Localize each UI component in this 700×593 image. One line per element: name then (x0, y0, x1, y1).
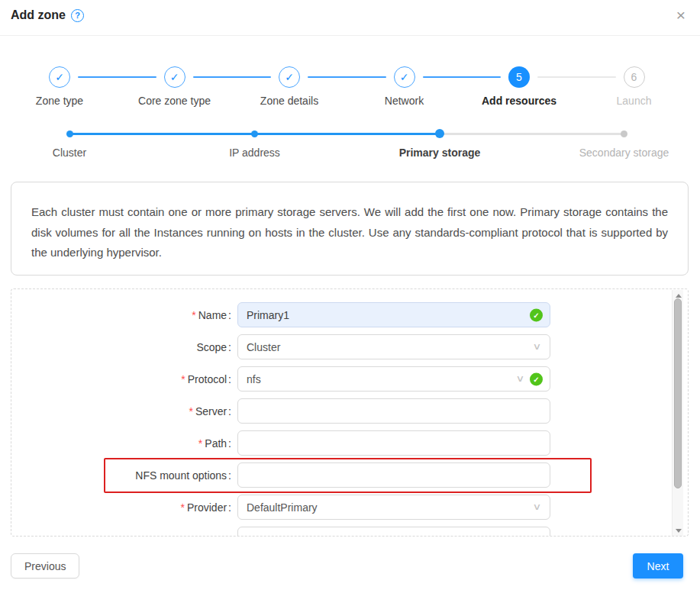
input-name[interactable]: ✓ (237, 302, 550, 327)
substep-dot-primary-storage (435, 129, 444, 138)
form-row-protocol: *Protocol:nfs∨✓ (11, 366, 688, 392)
help-icon[interactable]: ? (71, 9, 84, 22)
substep-label: IP address (186, 147, 324, 159)
wizard-step-network: ✓Network (344, 66, 466, 107)
step-label: Launch (573, 95, 695, 107)
input-path[interactable] (237, 430, 550, 456)
field-label: Storage tags: (11, 533, 231, 537)
field-label: NFS mount options: (11, 469, 231, 482)
step-label: Zone details (228, 95, 350, 107)
wizard-stepper: ✓Zone type✓Core zone type✓Zone details✓N… (0, 66, 700, 114)
step-check-icon: ✓ (279, 66, 300, 88)
info-text: Each cluster must contain one or more pr… (31, 205, 668, 259)
chevron-down-icon: ∨ (533, 501, 542, 512)
label-colon: : (228, 309, 231, 321)
close-icon[interactable]: × (676, 7, 685, 23)
input-nfs-mount-options[interactable] (237, 462, 550, 488)
dialog-header: Add zone ? × (0, 0, 700, 36)
field-label: *Path: (11, 437, 231, 450)
substep-dot-cluster (66, 131, 73, 137)
form-row-provider: *Provider:DefaultPrimary∨ (11, 495, 688, 520)
valid-check-icon: ✓ (530, 308, 543, 321)
field-label-text: Path (205, 437, 227, 450)
wizard-step-zone-type: ✓Zone type (0, 66, 121, 107)
chevron-down-icon: ∨ (516, 373, 525, 384)
text-input[interactable] (238, 399, 550, 423)
form-row-server: *Server: (11, 398, 688, 424)
form-row-storage-tags: Storage tags: (11, 527, 688, 537)
wizard-step-core-zone-type: ✓Core zone type (114, 66, 236, 107)
required-asterisk: * (192, 309, 195, 321)
form-row-path: *Path: (11, 430, 688, 456)
step-label: Network (344, 95, 466, 107)
field-label-text: Server (195, 405, 227, 417)
field-label-text: Protocol (188, 373, 227, 385)
step-label: Add resources (458, 95, 580, 107)
step-label: Core zone type (114, 95, 236, 107)
primary-storage-info-box: Each cluster must contain one or more pr… (11, 182, 689, 276)
field-label: *Server: (11, 405, 231, 417)
label-colon: : (228, 341, 231, 353)
chevron-down-icon: ∨ (533, 341, 542, 352)
form-row-scope: Scope:Cluster∨ (11, 334, 688, 359)
select-value: nfs (238, 373, 261, 385)
step-check-icon: ✓ (394, 66, 415, 88)
add-zone-dialog: Add zone ? × ✓Zone type✓Core zone type✓Z… (0, 0, 700, 593)
select-provider[interactable]: DefaultPrimary∨ (237, 495, 550, 520)
field-label: Scope: (11, 341, 231, 353)
substep-dot-ip-address (251, 131, 258, 137)
wizard-step-launch: 6Launch (573, 66, 695, 107)
wizard-step-zone-details: ✓Zone details (228, 66, 350, 107)
scrollbar-down-arrow-icon[interactable] (673, 525, 684, 536)
select-scope[interactable]: Cluster∨ (237, 334, 550, 359)
wizard-step-add-resources: 5Add resources (458, 66, 580, 107)
substep-connector (255, 133, 440, 135)
text-input[interactable] (238, 303, 550, 327)
field-label-text: Scope (196, 341, 227, 353)
field-label-text: Provider (187, 501, 227, 514)
dialog-title: Add zone (11, 8, 66, 22)
field-label: *Name: (11, 309, 231, 321)
input-storage-tags[interactable] (237, 527, 550, 537)
form-scrollbar[interactable] (672, 290, 683, 536)
scrollbar-thumb[interactable] (674, 298, 682, 488)
field-label: *Provider: (11, 501, 231, 514)
substep-label: Primary storage (371, 147, 508, 159)
required-asterisk: * (198, 437, 202, 450)
label-colon: : (228, 501, 231, 514)
select-value: Cluster (238, 341, 280, 353)
required-asterisk: * (189, 405, 192, 417)
substep-label: Secondary storage (556, 147, 693, 159)
field-label-text: Storage tags (166, 533, 227, 537)
substep-connector (69, 133, 255, 135)
label-colon: : (228, 437, 231, 450)
field-label-text: NFS mount options (135, 469, 227, 482)
text-input[interactable] (238, 527, 550, 537)
label-colon: : (228, 373, 231, 385)
text-input[interactable] (238, 431, 550, 455)
label-colon: : (228, 533, 231, 537)
input-server[interactable] (237, 398, 550, 424)
substep-label: Cluster (1, 147, 138, 159)
substep-dot-secondary-storage (621, 131, 627, 137)
required-asterisk: * (181, 501, 185, 514)
select-protocol[interactable]: nfs∨✓ (237, 366, 550, 392)
step-check-icon: ✓ (164, 66, 185, 88)
primary-storage-form: *Name:✓Scope:Cluster∨*Protocol:nfs∨✓*Ser… (11, 288, 689, 537)
step-check-icon: ✓ (49, 66, 70, 88)
text-input[interactable] (238, 463, 550, 487)
label-colon: : (228, 405, 231, 417)
step-number: 6 (624, 66, 645, 88)
field-label-text: Name (198, 309, 227, 321)
step-label: Zone type (0, 95, 121, 107)
select-value: DefaultPrimary (238, 501, 318, 514)
substep-connector (440, 133, 624, 135)
valid-check-icon: ✓ (530, 372, 543, 385)
resources-sub-stepper: ClusterIP addressPrimary storageSecondar… (0, 128, 700, 165)
previous-button[interactable]: Previous (11, 553, 79, 578)
field-label: *Protocol: (11, 373, 231, 385)
form-row-nfs-mount-options: NFS mount options: (11, 462, 688, 488)
next-button[interactable]: Next (633, 553, 683, 578)
required-asterisk: * (181, 373, 185, 385)
step-number: 5 (508, 66, 530, 88)
